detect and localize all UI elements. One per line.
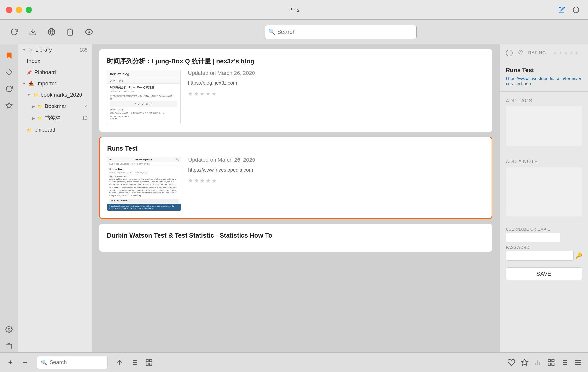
download-button[interactable]: [26, 25, 40, 39]
add-item-button[interactable]: +: [5, 357, 16, 368]
rp-password-label: PASSWORD: [506, 245, 582, 250]
rp-circle-icon[interactable]: [506, 50, 513, 56]
sidebar-item-inbox[interactable]: Inbox: [18, 55, 92, 67]
sidebar-item-bookmar[interactable]: ▶ 📁 Bookmar 4: [18, 101, 92, 112]
rt-star4[interactable]: ★: [206, 178, 211, 184]
detail-view-button[interactable]: [572, 357, 583, 368]
search-icon: 🔍: [268, 29, 275, 35]
heart-button[interactable]: [506, 357, 517, 368]
card-nex3z[interactable]: 时间序列分析：Ljung-Box Q 统计量 | nex3z's blog ne…: [99, 49, 492, 132]
rp-rating-label: RATING: [528, 50, 546, 55]
library-toggle-icon: ▼: [22, 48, 26, 52]
bookmar-label: Bookmar: [45, 103, 82, 109]
nav-trash[interactable]: [3, 340, 15, 352]
rp-password-input[interactable]: [506, 251, 574, 261]
rt-star1[interactable]: ★: [188, 178, 193, 184]
rp-username-input[interactable]: [506, 233, 560, 242]
sidebar-item-pinboard-import[interactable]: 📁 pinboard: [18, 124, 92, 135]
bottombar-right-buttons: [506, 357, 583, 368]
sort-down-button[interactable]: [129, 357, 140, 368]
nav-bookmark[interactable]: [3, 49, 15, 62]
globe-button[interactable]: [45, 25, 58, 39]
edit-icon[interactable]: [557, 5, 566, 14]
rp-star1[interactable]: ★: [553, 50, 557, 56]
rp-selected-url[interactable]: https://www.investopedia.com/terms/r/run…: [500, 76, 588, 91]
invest-search-icon: 🔍: [176, 158, 179, 161]
card-runs-test-meta: Updated on March 26, 2020 https://www.in…: [188, 157, 484, 184]
invest-breadcrumb: BUSINESS LEADERS › MATH & STATISTICS: [107, 162, 181, 166]
rp-selected-title: Runs Test: [500, 62, 588, 76]
close-button[interactable]: [6, 7, 12, 13]
rt-star5[interactable]: ★: [212, 178, 217, 184]
nav-settings[interactable]: [3, 323, 15, 336]
rp-add-tags-label: ADD TAGS: [506, 98, 582, 104]
card-nex3z-url: https://blog.nex3z.com: [188, 80, 484, 86]
nav-tag[interactable]: [3, 66, 15, 79]
maximize-button[interactable]: [26, 7, 32, 13]
traffic-lights: [6, 7, 32, 13]
star5[interactable]: ★: [212, 91, 216, 97]
svg-rect-27: [552, 363, 554, 365]
sidebar-tree: ▼ 🗂 Library 185 Inbox 📌 Pinboard ▼ 📥 Imp…: [18, 44, 92, 352]
list-view-button[interactable]: [559, 357, 570, 368]
star3[interactable]: ★: [200, 91, 205, 97]
star-rate-button[interactable]: [519, 357, 530, 368]
rp-username-field: USERNAME OR EMAIL: [506, 227, 582, 242]
sidebar-item-imported[interactable]: ▼ 📥 Imported: [18, 78, 92, 89]
rp-password-key-icon[interactable]: 🔑: [575, 252, 582, 259]
rp-star2[interactable]: ★: [558, 50, 563, 56]
library-label: Library: [35, 47, 77, 53]
chinese-label: 书签栏: [45, 114, 80, 122]
rp-star3[interactable]: ★: [564, 50, 568, 56]
minimize-button[interactable]: [16, 7, 22, 13]
chinese-folder-icon: 📁: [37, 116, 42, 120]
star4[interactable]: ★: [206, 91, 211, 97]
card-durbin-title: Durbin Watson Test & Test Statistic - St…: [107, 232, 484, 239]
card-runs-test[interactable]: Runs Test ☰ Investopedia 🔍 BUSINESS LEAD…: [99, 137, 492, 219]
grid-view-button[interactable]: [546, 357, 557, 368]
card-durbin[interactable]: Durbin Watson Test & Test Statistic - St…: [99, 224, 492, 252]
imported-folder-icon: 📥: [28, 81, 34, 86]
rp-tags-area[interactable]: [506, 106, 582, 146]
rp-star5[interactable]: ★: [575, 50, 579, 56]
rp-password-row: 🔑: [506, 251, 582, 261]
imported-label: Imported: [36, 80, 88, 87]
eye-button[interactable]: [82, 25, 96, 39]
bottombar: + − 🔍: [0, 352, 588, 372]
right-panel: ♡ RATING ★ ★ ★ ★ ★ Runs Test https://www…: [500, 44, 588, 352]
rp-star4[interactable]: ★: [569, 50, 574, 56]
nav-history[interactable]: [3, 82, 15, 95]
delete-button[interactable]: [63, 25, 77, 39]
main-content: 时间序列分析：Ljung-Box Q 统计量 | nex3z's blog ne…: [92, 44, 500, 352]
chart-button[interactable]: [533, 357, 543, 368]
nex3z-content: 时间序列分析：Ljung-Box Q 统计量 2020-03-26 Time S…: [107, 84, 180, 122]
rt-star2[interactable]: ★: [194, 178, 199, 184]
sort-up-button[interactable]: [114, 357, 125, 368]
info-icon[interactable]: [571, 5, 581, 14]
card-runs-test-title: Runs Test: [107, 145, 484, 152]
rp-note-area[interactable]: [506, 167, 582, 216]
sidebar-item-chinese[interactable]: ▶ 📁 书签栏 13: [18, 112, 92, 124]
filter-button[interactable]: [144, 357, 154, 368]
svg-rect-28: [548, 363, 550, 365]
remove-item-button[interactable]: −: [20, 357, 30, 368]
card-nex3z-thumbnail: nex3z's blog 文章 关于 时间序列分析：Ljung-Box Q 统计…: [107, 70, 181, 124]
titlebar-right-icons: [557, 5, 581, 14]
card-nex3z-title: 时间序列分析：Ljung-Box Q 统计量 | nex3z's blog: [107, 57, 484, 66]
sidebar-item-library[interactable]: ▼ 🗂 Library 185: [18, 44, 92, 55]
rp-save-button[interactable]: SAVE: [506, 267, 582, 280]
window-title: Pins: [288, 6, 300, 13]
sidebar-item-pinboard[interactable]: 📌 Pinboard: [18, 67, 92, 78]
nav-star[interactable]: [3, 99, 15, 112]
star2[interactable]: ★: [194, 91, 199, 97]
sidebar-item-bookmarks2020[interactable]: ▼ 📁 bookmarks_2020: [18, 89, 92, 101]
card-nex3z-rating: ★ ★ ★ ★ ★: [188, 86, 484, 97]
search-input[interactable]: [265, 25, 417, 39]
rt-star3[interactable]: ★: [200, 178, 205, 184]
refresh-button[interactable]: [7, 25, 21, 39]
rp-heart-icon[interactable]: ♡: [518, 49, 523, 57]
star1[interactable]: ★: [188, 91, 193, 97]
sidebar-nav: [0, 44, 18, 352]
svg-rect-19: [150, 363, 152, 365]
bb-search-input[interactable]: [50, 359, 104, 366]
